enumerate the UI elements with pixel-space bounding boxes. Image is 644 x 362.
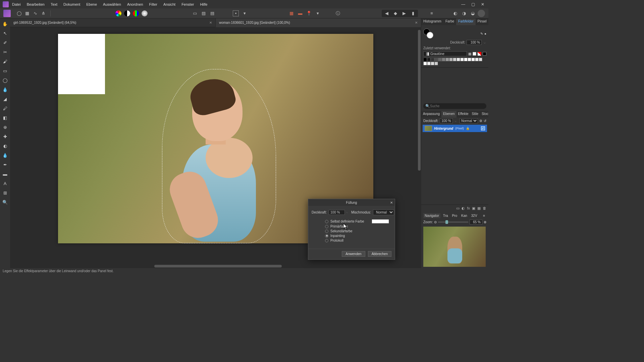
- marquee-icon[interactable]: ▭: [192, 10, 198, 16]
- lock-icon[interactable]: 🔒: [466, 127, 470, 130]
- search-input[interactable]: [430, 104, 484, 108]
- crop-layer-icon[interactable]: ▣: [472, 206, 475, 210]
- dropdown-icon[interactable]: [346, 212, 347, 213]
- swatch[interactable]: [453, 58, 457, 61]
- tab-close-icon[interactable]: ✕: [209, 21, 212, 24]
- dodge-tool-icon[interactable]: ◐: [2, 142, 8, 149]
- flood-tool-icon[interactable]: 💧: [2, 86, 8, 93]
- menu-dokument[interactable]: Dokument: [63, 2, 80, 6]
- eyedropper-icon[interactable]: ✎: [480, 32, 483, 36]
- delete-layer-icon[interactable]: 🗑: [483, 206, 486, 210]
- tab-stile[interactable]: Stile: [470, 111, 480, 118]
- quickmask-icon[interactable]: ▪: [233, 10, 239, 16]
- persona-photo-icon[interactable]: [3, 10, 11, 17]
- arrange-right-icon[interactable]: ▶: [401, 10, 407, 16]
- swatch[interactable]: [449, 58, 453, 61]
- swatch[interactable]: [431, 58, 434, 61]
- blur-tool-icon[interactable]: 💧: [2, 152, 8, 159]
- black-swatch[interactable]: [483, 52, 486, 56]
- white-swatch[interactable]: [473, 52, 476, 56]
- menu-auswaehlen[interactable]: Auswählen: [103, 2, 121, 6]
- blend-mode-dropdown[interactable]: Normal: [460, 118, 478, 123]
- account-avatar-icon[interactable]: [478, 10, 485, 17]
- color-format-icon[interactable]: [115, 10, 121, 16]
- shape-tool-icon[interactable]: ▬: [2, 171, 8, 177]
- tab-32v[interactable]: 32V: [470, 213, 479, 218]
- selection-brush-tool-icon[interactable]: 🖌: [2, 58, 8, 65]
- swatch[interactable]: [471, 58, 475, 61]
- arrange-center-icon[interactable]: ◆: [392, 10, 398, 16]
- swatch[interactable]: [460, 58, 464, 61]
- swatch[interactable]: [445, 58, 449, 61]
- swatch[interactable]: [431, 62, 434, 65]
- lab-icon[interactable]: [142, 10, 148, 16]
- foreground-background-color[interactable]: [423, 28, 433, 39]
- brush-tool-icon[interactable]: 🖊: [2, 105, 8, 112]
- tab-histogramm[interactable]: Histogramm: [421, 18, 443, 25]
- dialog-opacity-field[interactable]: [329, 210, 345, 215]
- swatch[interactable]: [468, 58, 471, 61]
- mesh-tool-icon[interactable]: ⊞: [2, 189, 8, 196]
- menu-bearbeiten[interactable]: Bearbeiten: [27, 2, 45, 6]
- persona-tone-icon[interactable]: ∿: [32, 10, 38, 16]
- vertical-scrollbar[interactable]: [417, 27, 421, 264]
- layer-visibility-checkbox[interactable]: ✓: [481, 126, 485, 130]
- dialog-blend-dropdown[interactable]: Normal: [373, 209, 394, 215]
- swatch[interactable]: [423, 62, 427, 65]
- dropdown-icon[interactable]: ▾: [315, 10, 321, 16]
- stack-icon[interactable]: ▬: [297, 10, 303, 16]
- dialog-close-icon[interactable]: ✕: [390, 201, 393, 204]
- rgb-icon[interactable]: [133, 10, 139, 16]
- zoom-value[interactable]: 65 %: [470, 220, 482, 225]
- tab-woman[interactable]: woman-1836601_1920.jpg [Geändert] (100,0…: [216, 18, 421, 27]
- clone-tool-icon[interactable]: ⊕: [2, 124, 8, 130]
- heal-tool-icon[interactable]: ✚: [2, 133, 8, 140]
- swatch[interactable]: [457, 58, 460, 61]
- custom-color-swatch[interactable]: [372, 219, 389, 224]
- tab-navigator[interactable]: Navigator: [423, 213, 440, 218]
- move-tool-icon[interactable]: ↖: [2, 30, 8, 37]
- swatch[interactable]: [479, 58, 482, 61]
- swatch[interactable]: [464, 58, 468, 61]
- none-swatch[interactable]: [478, 52, 481, 56]
- menu-text[interactable]: Text: [51, 2, 57, 6]
- navigator-preview[interactable]: [423, 227, 486, 267]
- swatch[interactable]: [434, 62, 438, 65]
- grayscale-icon[interactable]: [124, 10, 130, 16]
- menu-ansicht[interactable]: Ansicht: [163, 2, 175, 6]
- horizontal-scrollbar[interactable]: [10, 264, 417, 268]
- arrange-more-icon[interactable]: ▮: [410, 10, 416, 16]
- swatch[interactable]: [442, 58, 445, 61]
- tab-kanaele[interactable]: Kan: [460, 213, 469, 218]
- tab-close-icon[interactable]: ✕: [415, 21, 418, 24]
- align-icon[interactable]: ≡: [429, 10, 435, 16]
- dropdown-icon[interactable]: [454, 120, 456, 122]
- tab-protokoll[interactable]: Pro: [450, 213, 459, 218]
- add-layer-icon[interactable]: ▦: [477, 206, 481, 210]
- tab-farbfelder[interactable]: Farbfelder: [456, 18, 476, 25]
- gradient-tool-icon[interactable]: ◢: [2, 96, 8, 102]
- selection-intersect-icon[interactable]: ▤: [209, 10, 215, 16]
- swatch[interactable]: [427, 58, 431, 61]
- tab-anpassung[interactable]: Anpassung: [421, 111, 441, 118]
- menu-filter[interactable]: Filter: [149, 2, 157, 6]
- arrange-left-icon[interactable]: ◀: [384, 10, 390, 16]
- tab-ebenen[interactable]: Ebenen: [441, 111, 456, 118]
- search-field[interactable]: 🔍: [423, 103, 486, 109]
- layer-hintergrund[interactable]: Hintergrund (Pixel) 🔒 ✓: [423, 125, 487, 132]
- selection-minus-icon[interactable]: ▨: [201, 10, 207, 16]
- persona-liquify-icon[interactable]: ◯: [16, 10, 22, 16]
- tab-girl[interactable]: girl-1869532_1920.jpg [Geändert] (64,5%)…: [10, 18, 216, 27]
- adjustment-icon[interactable]: ◐: [462, 206, 465, 210]
- persona-develop-icon[interactable]: ▦: [24, 10, 30, 16]
- hand-tool-icon[interactable]: ✋: [2, 20, 8, 27]
- cancel-button[interactable]: Abbrechen: [368, 251, 391, 257]
- grid-icon[interactable]: ▦: [288, 10, 294, 16]
- opacity-dropdown-icon[interactable]: [484, 42, 486, 44]
- radio-primary-color[interactable]: [325, 225, 328, 228]
- snap1-icon[interactable]: ◐: [452, 10, 458, 16]
- radio-inpainting[interactable]: [325, 234, 328, 238]
- swatch[interactable]: [438, 58, 442, 61]
- radio-protokoll[interactable]: [325, 239, 328, 242]
- reset-icon[interactable]: ↺: [484, 119, 486, 123]
